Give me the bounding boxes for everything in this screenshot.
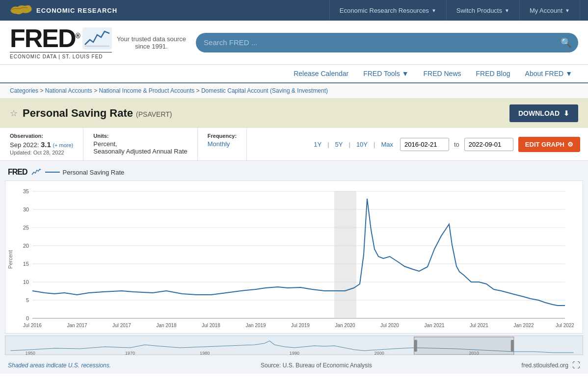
svg-text:10: 10	[23, 279, 29, 285]
favorite-star-icon[interactable]: ☆	[10, 108, 18, 119]
1y-range[interactable]: 1Y	[312, 140, 323, 149]
observation-bar: Observation: Sep 2022: 3.1 (+ more) Upda…	[0, 128, 588, 161]
fred-logo-chart-icon	[82, 27, 112, 50]
svg-rect-19	[334, 191, 356, 318]
svg-text:Jan 2018: Jan 2018	[156, 323, 177, 328]
date-to-input[interactable]	[464, 138, 513, 151]
svg-text:Jul 2022: Jul 2022	[556, 323, 574, 328]
fred-small-chart-icon	[31, 168, 41, 176]
svg-text:30: 30	[23, 206, 29, 212]
top-nav-links: Economic Research Resources ▼ Switch Pro…	[329, 0, 580, 21]
svg-rect-35	[414, 340, 417, 352]
plus-more-link[interactable]: (+ more)	[53, 142, 73, 148]
svg-text:1950: 1950	[26, 351, 35, 355]
svg-text:Jan 2019: Jan 2019	[245, 323, 266, 328]
download-icon: ⬇	[563, 109, 569, 117]
legend-label: Personal Saving Rate	[63, 169, 125, 176]
chart-legend: Personal Saving Rate	[45, 169, 125, 176]
source-note: Source: U.S. Bureau of Economic Analysis	[261, 362, 372, 369]
fred-blog-nav[interactable]: FRED Blog	[470, 65, 516, 82]
svg-text:5: 5	[26, 297, 29, 303]
my-account-link[interactable]: My Account ▼	[520, 0, 580, 21]
fred-news-nav[interactable]: FRED News	[418, 65, 467, 82]
series-title-row: ☆ Personal Saving Rate (PSAVERT)	[10, 107, 172, 120]
main-chart-svg[interactable]: Percent 35 30 25 20 15 10 5 0	[5, 181, 574, 333]
er-logo: ECONOMIC RESEARCH	[8, 3, 117, 18]
gear-icon: ⚙	[567, 141, 573, 148]
svg-text:Jul 2016: Jul 2016	[23, 323, 42, 328]
site-header: FRED® ECONOMIC DATA | ST. LOUIS FED Your…	[0, 21, 588, 65]
10y-range[interactable]: 10Y	[354, 140, 370, 149]
tagline: Your trusted data source since 1991.	[117, 35, 186, 50]
top-navigation: ECONOMIC RESEARCH Economic Research Reso…	[0, 0, 588, 21]
recession-note: Shaded areas indicate U.S. recessions.	[8, 362, 111, 369]
release-calendar-nav[interactable]: Release Calendar	[288, 65, 354, 82]
chevron-down-icon: ▼	[565, 70, 572, 77]
chart-svg-wrapper: Percent 35 30 25 20 15 10 5 0	[5, 180, 583, 334]
about-fred-nav[interactable]: About FRED ▼	[519, 65, 578, 82]
frequency-value: Monthly	[208, 140, 237, 148]
search-bar: 🔍	[196, 33, 578, 52]
series-title: Personal Saving Rate (PSAVERT)	[23, 107, 172, 120]
chevron-down-icon: ▼	[505, 8, 509, 13]
secondary-navigation: Release Calendar FRED Tools ▼ FRED News …	[0, 65, 588, 83]
search-section: 🔍	[196, 33, 578, 52]
updated-text: Updated: Oct 28, 2022	[10, 150, 73, 155]
svg-rect-2	[5, 181, 574, 333]
chevron-down-icon: ▼	[565, 8, 570, 13]
svg-text:Jul 2020: Jul 2020	[380, 323, 399, 328]
svg-text:Jul 2021: Jul 2021	[470, 323, 488, 328]
fred-logo-block: FRED® ECONOMIC DATA | ST. LOUIS FED	[10, 26, 112, 59]
breadcrumb-national-accounts[interactable]: National Accounts	[45, 87, 92, 94]
chart-footer: Shaded areas indicate U.S. recessions. S…	[0, 357, 588, 374]
switch-products-link[interactable]: Switch Products ▼	[447, 0, 520, 21]
er-logo-text: ECONOMIC RESEARCH	[36, 7, 117, 14]
fred-logo-section: FRED® ECONOMIC DATA | ST. LOUIS FED Your…	[10, 26, 186, 59]
svg-text:0: 0	[26, 315, 29, 321]
chart-header: FRED Personal Saving Rate	[0, 166, 588, 180]
breadcrumb-domestic-capital[interactable]: Domestic Capital Account (Saving & Inves…	[201, 87, 328, 94]
mini-timeline[interactable]: 1950 1970 1980 1990 2000 2010	[5, 335, 583, 355]
observation-value: Sep 2022: 3.1 (+ more) Updated: Oct 28, …	[10, 140, 73, 155]
breadcrumb-categories[interactable]: Categories	[10, 87, 38, 94]
legend-line	[45, 172, 60, 173]
date-from-input[interactable]	[400, 138, 449, 151]
fred-tools-nav[interactable]: FRED Tools ▼	[357, 65, 414, 82]
chart-container: FRED Personal Saving Rate Percent	[0, 161, 588, 374]
registered-mark: ®	[76, 32, 80, 40]
svg-text:Jul 2019: Jul 2019	[291, 323, 310, 328]
mini-timeline-svg: 1950 1970 1980 1990 2000 2010	[5, 336, 583, 355]
svg-rect-34	[414, 337, 514, 355]
units-value: Percent,Seasonally Adjusted Annual Rate	[93, 140, 187, 155]
svg-text:1970: 1970	[125, 351, 135, 355]
observation-section: Observation: Sep 2022: 3.1 (+ more) Upda…	[0, 128, 83, 160]
max-range[interactable]: Max	[379, 140, 395, 149]
economic-research-resources-link[interactable]: Economic Research Resources ▼	[329, 0, 447, 21]
units-section: Units: Percent,Seasonally Adjusted Annua…	[83, 128, 198, 160]
svg-text:1990: 1990	[290, 351, 299, 355]
svg-rect-36	[511, 340, 514, 352]
time-range-section: 1Y | 5Y | 10Y | Max to EDIT GRAPH ⚙	[247, 128, 588, 160]
svg-text:Jul 2017: Jul 2017	[112, 323, 131, 328]
svg-text:Jan 2017: Jan 2017	[67, 323, 87, 328]
download-button[interactable]: DOWNLOAD ⬇	[509, 104, 578, 122]
chevron-down-icon: ▼	[431, 8, 436, 13]
breadcrumb-national-income[interactable]: National Income & Product Accounts	[99, 87, 194, 94]
svg-text:25: 25	[23, 225, 29, 231]
search-input[interactable]	[196, 38, 554, 47]
fred-subtitle: ECONOMIC DATA | ST. LOUIS FED	[10, 52, 112, 59]
svg-text:35: 35	[23, 188, 29, 194]
5y-range[interactable]: 5Y	[333, 140, 345, 149]
series-id: (PSAVERT)	[136, 110, 172, 118]
svg-text:Jul 2018: Jul 2018	[202, 323, 220, 328]
search-button[interactable]: 🔍	[554, 37, 578, 48]
expand-icon[interactable]: ⛶	[572, 361, 580, 370]
y-axis-label: Percent	[7, 250, 13, 269]
fred-logo-text: FRED®	[10, 26, 80, 51]
series-header: ☆ Personal Saving Rate (PSAVERT) DOWNLOA…	[0, 99, 588, 128]
fred-url: fred.stlouisfed.org	[522, 362, 568, 369]
edit-graph-button[interactable]: EDIT GRAPH ⚙	[518, 137, 580, 152]
svg-text:Jan 2022: Jan 2022	[513, 323, 534, 328]
svg-text:Jan 2021: Jan 2021	[424, 323, 445, 328]
frequency-section: Frequency: Monthly	[198, 128, 247, 160]
